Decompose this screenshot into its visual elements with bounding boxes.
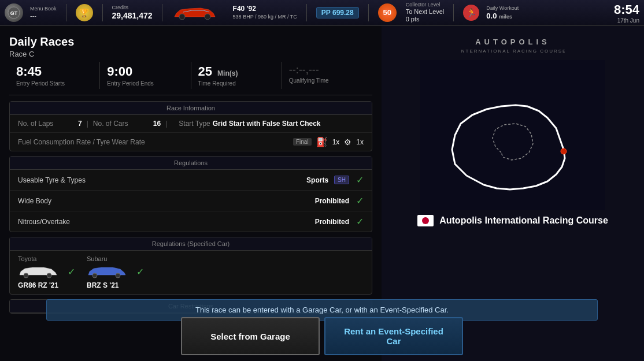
- tyre-reg-row: Useable Tyre & Types Sports SH ✓: [10, 170, 372, 191]
- qualifying-label: Qualifying Time: [289, 77, 329, 84]
- row-separator2: |: [165, 120, 167, 128]
- car1-model: GR86 RZ '21: [18, 281, 75, 289]
- bottom-buttons: Select from Garage Rent an Event-Specifi…: [46, 317, 598, 355]
- divider-2: [102, 4, 103, 21]
- page-title: Daily Races: [9, 35, 372, 49]
- laps-label: No. of Laps: [18, 120, 76, 128]
- time-section: 8:54 17th Jun: [614, 2, 639, 24]
- divider-6: [453, 4, 454, 21]
- gt-logo[interactable]: GT: [5, 3, 23, 22]
- tyre-check: ✓: [356, 174, 364, 185]
- race-label: Race C: [9, 50, 372, 58]
- specified-car-card: Regulations (Specified Car) Toyota ✓ GR8…: [9, 237, 372, 295]
- svg-rect-10: [420, 60, 605, 210]
- fuel-icon: ⛽: [316, 136, 328, 147]
- svg-point-5: [47, 273, 51, 278]
- divider-3: [162, 4, 162, 21]
- time-required: 25 Min(s) Time Required: [191, 62, 282, 89]
- entry-start-value: 8:45: [16, 64, 42, 79]
- car2-check: ✓: [136, 266, 144, 277]
- collector-badge: 50: [378, 3, 397, 22]
- nitrous-check: ✓: [356, 216, 364, 227]
- divider-4: [306, 4, 307, 21]
- car1-visual: ✓: [18, 265, 75, 279]
- rent-event-car-button[interactable]: Rent an Event-Specified Car: [324, 317, 463, 355]
- spec-car-1: Toyota ✓ GR86 RZ '21: [18, 255, 75, 289]
- clock-display: 8:54: [614, 2, 639, 17]
- svg-point-3: [205, 14, 210, 20]
- car1-brand: Toyota: [18, 255, 75, 262]
- qualifying-value: --:--,---: [289, 64, 319, 76]
- collector-level: 50: [383, 8, 391, 17]
- fuel-row: Fuel Consumption Rate / Tyre Wear Rate F…: [10, 133, 372, 151]
- nitrous-value: Prohibited: [315, 218, 349, 226]
- menu-value: ---: [30, 12, 57, 20]
- regulations-card: Regulations Useable Tyre & Types Sports …: [9, 156, 372, 232]
- entry-period-end: 9:00 Entry Period Ends: [100, 62, 191, 89]
- cars-value: 16: [153, 120, 161, 128]
- cars-label: No. of Cars: [93, 120, 151, 128]
- daily-icon: 🏆: [76, 4, 93, 21]
- flag-circle: [422, 217, 429, 224]
- car-name: F40 '92: [233, 5, 297, 14]
- topbar: GT Menu Book --- 🏆 Credits 29,481,472 F4…: [0, 0, 644, 26]
- svg-point-7: [116, 273, 120, 278]
- date-display: 17th Jun: [614, 17, 639, 24]
- tyre-badge: SH: [334, 176, 349, 184]
- race-info-card: Race Information No. of Laps 7 | No. of …: [9, 101, 372, 151]
- time-required-label: Time Required: [198, 80, 236, 87]
- divider-1: [66, 4, 66, 21]
- tyre-icon: ⚙: [344, 137, 351, 147]
- tyre-reg-label: Useable Tyre & Types: [18, 176, 86, 184]
- select-from-garage-button[interactable]: Select from Garage: [181, 317, 320, 355]
- car2-model: BRZ S '21: [87, 281, 144, 289]
- circuit-name: Autopolis International Racing Course: [439, 215, 608, 226]
- collector-section: Collector Level To Next Level 0 pts: [406, 2, 445, 23]
- pp-label: PP: [321, 9, 331, 17]
- car2-brand: Subaru: [87, 255, 144, 262]
- circuit-name-row: Autopolis International Racing Course: [417, 215, 608, 226]
- credits-value: 29,481,472: [112, 11, 153, 21]
- credits-label: Credits: [112, 5, 153, 11]
- spec-cars-row: Toyota ✓ GR86 RZ '21 Subaru: [10, 251, 372, 294]
- japan-flag: [417, 215, 434, 226]
- wide-body-value: Prohibited: [315, 197, 349, 205]
- tyre-reg-value: Sports: [306, 176, 328, 184]
- timing-row: 8:45 Entry Period Starts 9:00 Entry Peri…: [9, 62, 372, 95]
- entry-end-label: Entry Period Ends: [107, 80, 154, 87]
- car-display: [172, 3, 224, 23]
- panel-header: Daily Races Race C: [9, 35, 372, 58]
- min-unit: Min(s): [217, 69, 238, 77]
- workout-label: Daily Workout: [486, 5, 519, 12]
- start-type-label: Start Type: [179, 120, 210, 128]
- fuel-rate: 1x: [332, 138, 340, 146]
- specified-car-header: Regulations (Specified Car): [10, 237, 372, 251]
- final-badge: Final: [293, 138, 312, 146]
- laps-value: 7: [78, 120, 82, 128]
- nitrous-label: Nitrous/Overtake: [18, 218, 70, 226]
- entry-period-start: 8:45 Entry Period Starts: [9, 62, 100, 89]
- run-icon: 🏃: [463, 5, 479, 21]
- circuit-logo-area: AUTOPOLIS INTERNATIONAL RACING COURSE: [461, 35, 565, 58]
- race-info-header: Race Information: [10, 102, 372, 115]
- car-specs: 538 BHP / 960 kg / MR / TC: [233, 14, 297, 21]
- pp-number: 699.28: [332, 9, 354, 17]
- entry-end-value: 9:00: [107, 64, 132, 79]
- wide-body-check: ✓: [356, 195, 364, 206]
- svg-text:GT: GT: [10, 10, 18, 16]
- car1-check: ✓: [68, 266, 75, 277]
- workout-unit: miles: [499, 14, 512, 20]
- min-value: 25 Min(s): [198, 64, 238, 79]
- regulations-header: Regulations: [10, 157, 372, 170]
- menu-book-section: Menu Book ---: [30, 6, 57, 20]
- tyre-rate: 1x: [356, 138, 364, 146]
- menu-label: Menu Book: [30, 6, 57, 12]
- divider-5: [368, 4, 369, 21]
- banner-text: This race can be entered with a Garage C…: [195, 306, 449, 314]
- workout-section: Daily Workout 0.0 miles: [486, 5, 519, 20]
- spec-car-2: Subaru ✓ BRZ S '21: [87, 255, 144, 289]
- svg-point-6: [92, 273, 97, 278]
- svg-text:INTERNATIONAL RACING COURSE: INTERNATIONAL RACING COURSE: [461, 49, 565, 54]
- pp-value: PP 699.28: [316, 7, 359, 18]
- wide-body-label: Wide Body: [18, 197, 51, 205]
